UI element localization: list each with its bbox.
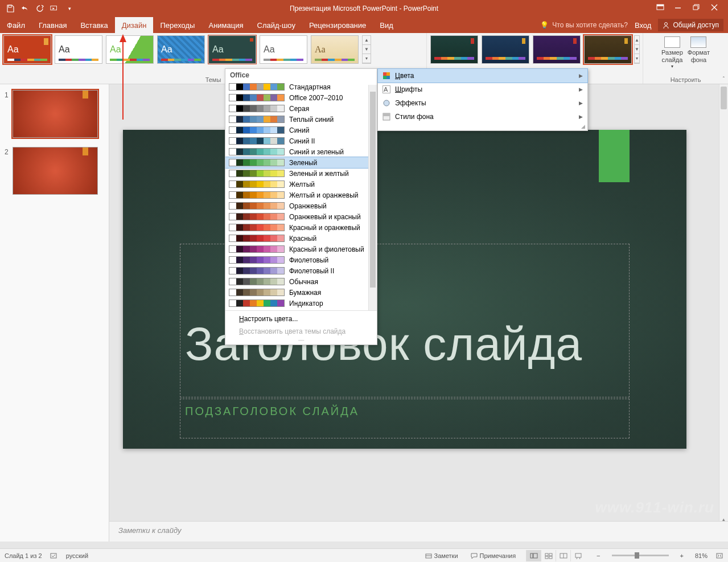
color-scheme-row[interactable]: Синий и зеленый — [225, 146, 377, 157]
slide-counter[interactable]: Слайд 1 из 2 — [5, 552, 42, 559]
color-scheme-row[interactable]: Обычная — [225, 276, 377, 287]
tab-transitions[interactable]: Переходы — [153, 17, 201, 33]
watermark: www.911-win.ru — [595, 499, 714, 516]
redo-icon[interactable] — [35, 4, 44, 13]
colors-header: Office — [225, 69, 377, 81]
slide-thumbnail-pane: 1 2 — [0, 84, 109, 542]
normal-view-icon[interactable] — [526, 550, 541, 561]
color-scheme-row[interactable]: Office 2007–2010 — [225, 92, 377, 103]
color-scheme-row[interactable]: Фиолетовый — [225, 255, 377, 265]
tab-animation[interactable]: Анимация — [201, 17, 250, 33]
slideshow-view-icon[interactable] — [570, 550, 585, 561]
tell-me-search[interactable]: 💡 Что вы хотите сделать? — [540, 21, 628, 29]
color-scheme-row[interactable]: Красный и фиолетовый — [225, 244, 377, 255]
theme-thumb[interactable]: Aa — [157, 35, 205, 64]
notes-pane[interactable]: Заметки к слайду — [109, 521, 728, 542]
save-icon[interactable] — [6, 4, 15, 13]
color-scheme-row[interactable]: Фиолетовый II — [225, 265, 377, 276]
color-scheme-row[interactable]: Серая — [225, 103, 377, 114]
tab-file[interactable]: Файл — [0, 17, 32, 33]
reset-colors: Восстановить цвета темы слайда — [225, 325, 377, 338]
zoom-out-icon[interactable]: − — [593, 552, 603, 559]
slide-editor: Заголовок слайда ПОДЗАГОЛОВОК СЛАЙДА ▴≡▾… — [109, 84, 728, 542]
variant-thumb[interactable] — [482, 35, 529, 64]
collapse-ribbon-icon[interactable]: ˆ — [723, 76, 725, 83]
variant-thumb[interactable] — [584, 35, 632, 64]
menu-fonts[interactable]: A Шрифты ▶ — [378, 83, 587, 96]
svg-rect-6 — [693, 6, 698, 10]
menu-bg-styles[interactable]: Стили фона ▶ — [378, 110, 587, 124]
color-scheme-row[interactable]: Оранжевый и красный — [225, 211, 377, 222]
ribbon-display-icon[interactable] — [656, 4, 665, 13]
undo-icon[interactable] — [20, 4, 30, 13]
color-scheme-row[interactable]: Теплый синий — [225, 114, 377, 125]
color-scheme-row[interactable]: Желтый и оранжевый — [225, 190, 377, 200]
color-scheme-row[interactable]: Оранжевый — [225, 200, 377, 211]
restore-icon[interactable] — [693, 4, 702, 13]
zoom-slider[interactable] — [612, 555, 669, 556]
svg-rect-15 — [545, 556, 548, 559]
start-from-beginning-icon[interactable] — [50, 4, 59, 13]
color-scheme-row[interactable]: Синий — [225, 125, 377, 136]
color-scheme-row[interactable]: Зеленый и желтый — [225, 168, 377, 179]
tab-slideshow[interactable]: Слайд-шоу — [250, 17, 302, 33]
theme-thumb[interactable]: Aa — [106, 35, 154, 64]
menu-effects[interactable]: Эффекты ▶ — [378, 96, 587, 110]
comments-toggle[interactable]: Примечания — [468, 552, 519, 559]
slide-canvas[interactable]: Заголовок слайда ПОДЗАГОЛОВОК СЛАЙДА — [123, 130, 686, 449]
color-scheme-row[interactable]: Бумажная — [225, 287, 377, 298]
qat-more-icon[interactable]: ▾ — [65, 4, 74, 13]
language-indicator[interactable]: русский — [66, 552, 88, 559]
zoom-in-icon[interactable]: + — [677, 552, 687, 559]
slide-size-button[interactable]: Размер слайда ▾ — [660, 35, 684, 71]
svg-rect-3 — [657, 5, 664, 6]
color-scheme-row[interactable]: Индикатор — [225, 298, 377, 309]
theme-thumb[interactable]: Aa — [55, 35, 102, 64]
view-buttons — [526, 550, 585, 561]
format-background-button[interactable]: Формат фона — [686, 35, 711, 71]
share-button[interactable]: Общий доступ — [658, 19, 723, 31]
format-bg-icon — [690, 36, 706, 48]
editor-scrollbar[interactable] — [719, 84, 728, 542]
variant-thumb[interactable] — [533, 35, 581, 64]
slide-thumbnail[interactable] — [13, 147, 98, 195]
subtitle-placeholder[interactable]: ПОДЗАГОЛОВОК СЛАЙДА — [180, 399, 630, 438]
notes-toggle[interactable]: Заметки — [423, 552, 460, 559]
themes-gallery-spinner[interactable]: ▲▼▾ — [362, 35, 371, 64]
sorter-view-icon[interactable] — [541, 550, 556, 561]
theme-thumb[interactable]: Aa — [3, 35, 51, 64]
color-scheme-row[interactable]: Желтый — [225, 179, 377, 190]
fit-to-window-icon[interactable] — [715, 552, 723, 559]
menu-colors[interactable]: Цвета ▶ — [378, 69, 587, 83]
svg-rect-13 — [545, 553, 548, 556]
svg-point-29 — [384, 100, 389, 106]
quick-access-toolbar: ▾ — [0, 4, 80, 13]
color-scheme-row[interactable]: Красный и оранжевый — [225, 222, 377, 233]
spellcheck-icon[interactable] — [50, 552, 58, 559]
theme-thumb[interactable]: Aa — [208, 35, 256, 64]
variant-thumb[interactable] — [430, 35, 478, 64]
svg-rect-11 — [530, 553, 533, 558]
tab-insert[interactable]: Вставка — [73, 17, 114, 33]
colors-scrollbar[interactable] — [368, 85, 377, 310]
theme-thumb[interactable]: Aa — [260, 35, 307, 64]
color-scheme-row[interactable]: Синий II — [225, 136, 377, 146]
theme-thumb[interactable]: Aa — [311, 35, 359, 64]
close-icon[interactable] — [711, 4, 720, 13]
reading-view-icon[interactable] — [556, 550, 570, 561]
color-scheme-row[interactable]: Зеленый — [225, 157, 377, 168]
color-scheme-row[interactable]: Красный — [225, 233, 377, 244]
menu-resize-grip[interactable]: ◢ — [378, 124, 587, 130]
zoom-level[interactable]: 81% — [695, 552, 708, 559]
customize-colors[interactable]: Настроить цвета... — [225, 313, 377, 325]
tab-view[interactable]: Вид — [373, 17, 400, 33]
tab-review[interactable]: Рецензирование — [302, 17, 373, 33]
tab-home[interactable]: Главная — [32, 17, 73, 33]
slide-thumbnail[interactable] — [13, 90, 98, 138]
variants-gallery-spinner[interactable]: ▲▼▾ — [634, 35, 640, 64]
color-scheme-row[interactable]: Стандартная — [225, 81, 377, 92]
minimize-icon[interactable] — [674, 4, 684, 13]
login-link[interactable]: Вход — [635, 21, 651, 30]
tab-design[interactable]: Дизайн — [115, 17, 154, 33]
window-title: Презентация Microsoft PowerPoint - Power… — [0, 5, 728, 13]
